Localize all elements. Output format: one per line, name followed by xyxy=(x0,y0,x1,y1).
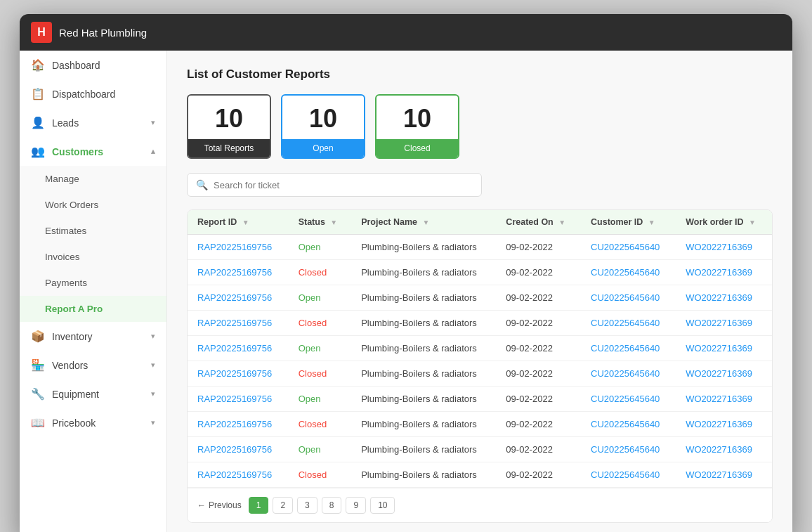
stat-card-open: 10 Open xyxy=(281,94,365,159)
sidebar-item-payments[interactable]: Payments xyxy=(20,270,166,296)
filter-icon[interactable]: ▼ xyxy=(423,219,430,226)
table-row: RAP20225169756 Closed Plumbing-Boilers &… xyxy=(188,311,772,336)
sidebar-item-vendors[interactable]: 🏪 Vendors ▾ xyxy=(20,351,166,379)
cell-work-order-id[interactable]: WO2022716369 xyxy=(676,235,772,260)
sidebar-item-dispatchboard[interactable]: 📋 Dispatchboard xyxy=(20,79,166,108)
cell-work-order-id[interactable]: WO2022716369 xyxy=(676,437,772,462)
cell-customer-id[interactable]: CU20225645640 xyxy=(581,235,676,260)
filter-icon[interactable]: ▼ xyxy=(749,219,756,226)
page-button-8[interactable]: 8 xyxy=(322,497,342,514)
sidebar-label-estimates: Estimates xyxy=(45,226,86,236)
filter-icon[interactable]: ▼ xyxy=(558,219,565,226)
stat-open-label: Open xyxy=(282,139,364,157)
filter-icon[interactable]: ▼ xyxy=(648,219,655,226)
cell-status: Closed xyxy=(289,412,351,437)
sidebar-item-dashboard[interactable]: 🏠 Dashboard xyxy=(20,51,166,79)
cell-work-order-id[interactable]: WO2022716369 xyxy=(676,361,772,387)
cell-customer-id[interactable]: CU20225645640 xyxy=(581,387,676,412)
sidebar-item-equipment[interactable]: 🔧 Equipment ▾ xyxy=(20,379,166,408)
sidebar-label-manage: Manage xyxy=(45,174,79,184)
cell-customer-id[interactable]: CU20225645640 xyxy=(581,462,676,488)
cell-work-order-id[interactable]: WO2022716369 xyxy=(676,387,772,412)
chevron-down-icon: ▾ xyxy=(151,118,155,127)
col-project-name: Project Name ▼ xyxy=(351,210,496,235)
cell-work-order-id[interactable]: WO2022716369 xyxy=(676,462,772,488)
cell-report-id[interactable]: RAP20225169756 xyxy=(188,336,289,361)
chevron-up-icon: ▴ xyxy=(151,147,155,156)
cell-customer-id[interactable]: CU20225645640 xyxy=(581,311,676,336)
sidebar-item-estimates[interactable]: Estimates xyxy=(20,218,166,244)
chevron-down-icon: ▾ xyxy=(151,332,155,341)
search-bar[interactable]: 🔍 xyxy=(187,173,482,197)
page-button-9[interactable]: 9 xyxy=(346,497,366,514)
inventory-icon: 📦 xyxy=(31,330,45,343)
table-row: RAP20225169756 Closed Plumbing-Boilers &… xyxy=(188,260,772,285)
sidebar-label-customers: Customers xyxy=(52,146,103,157)
prev-label: Previous xyxy=(209,500,242,510)
cell-project-name: Plumbing-Boilers & radiators xyxy=(351,336,496,361)
sidebar-label-pricebook: Pricebook xyxy=(52,417,96,429)
cell-customer-id[interactable]: CU20225645640 xyxy=(581,437,676,462)
cell-work-order-id[interactable]: WO2022716369 xyxy=(676,311,772,336)
table-row: RAP20225169756 Open Plumbing-Boilers & r… xyxy=(188,336,772,361)
sidebar-label-dashboard: Dashboard xyxy=(52,60,100,71)
sidebar-item-customers[interactable]: 👥 Customers ▴ xyxy=(20,137,166,166)
prev-button[interactable]: ← Previous xyxy=(197,500,242,510)
sidebar: 🏠 Dashboard 📋 Dispatchboard 👤 Leads ▾ 👥 … xyxy=(20,51,167,532)
page-button-2[interactable]: 2 xyxy=(273,497,293,514)
page-button-1[interactable]: 1 xyxy=(249,497,269,514)
filter-icon[interactable]: ▼ xyxy=(242,219,249,226)
cell-report-id[interactable]: RAP20225169756 xyxy=(188,412,289,437)
page-button-3[interactable]: 3 xyxy=(297,497,317,514)
content-area: List of Customer Reports 10 Total Report… xyxy=(167,51,792,532)
cell-report-id[interactable]: RAP20225169756 xyxy=(188,387,289,412)
sidebar-item-pricebook[interactable]: 📖 Pricebook ▾ xyxy=(20,408,166,437)
stat-card-closed: 10 Closed xyxy=(375,94,459,159)
sidebar-item-reportapro[interactable]: Report A Pro xyxy=(20,296,166,322)
cell-work-order-id[interactable]: WO2022716369 xyxy=(676,260,772,285)
cell-created-on: 09-02-2022 xyxy=(496,437,581,462)
cell-created-on: 09-02-2022 xyxy=(496,387,581,412)
cell-status: Open xyxy=(289,285,351,311)
cell-report-id[interactable]: RAP20225169756 xyxy=(188,285,289,311)
cell-work-order-id[interactable]: WO2022716369 xyxy=(676,412,772,437)
cell-project-name: Plumbing-Boilers & radiators xyxy=(351,235,496,260)
filter-icon[interactable]: ▼ xyxy=(330,219,337,226)
cell-customer-id[interactable]: CU20225645640 xyxy=(581,412,676,437)
cell-project-name: Plumbing-Boilers & radiators xyxy=(351,412,496,437)
cell-project-name: Plumbing-Boilers & radiators xyxy=(351,387,496,412)
sidebar-item-inventory[interactable]: 📦 Inventory ▾ xyxy=(20,322,166,351)
sidebar-item-leads[interactable]: 👤 Leads ▾ xyxy=(20,108,166,137)
customers-submenu: Manage Work Orders Estimates Invoices Pa… xyxy=(20,166,166,322)
search-input[interactable] xyxy=(214,180,473,190)
cell-customer-id[interactable]: CU20225645640 xyxy=(581,285,676,311)
cell-project-name: Plumbing-Boilers & radiators xyxy=(351,361,496,387)
cell-work-order-id[interactable]: WO2022716369 xyxy=(676,285,772,311)
cell-customer-id[interactable]: CU20225645640 xyxy=(581,361,676,387)
cell-report-id[interactable]: RAP20225169756 xyxy=(188,311,289,336)
cell-customer-id[interactable]: CU20225645640 xyxy=(581,260,676,285)
sidebar-item-invoices[interactable]: Invoices xyxy=(20,244,166,270)
cell-report-id[interactable]: RAP20225169756 xyxy=(188,462,289,488)
cell-project-name: Plumbing-Boilers & radiators xyxy=(351,285,496,311)
cell-report-id[interactable]: RAP20225169756 xyxy=(188,260,289,285)
cell-status: Closed xyxy=(289,260,351,285)
table-row: RAP20225169756 Open Plumbing-Boilers & r… xyxy=(188,387,772,412)
chevron-down-icon: ▾ xyxy=(151,418,155,427)
sidebar-item-manage[interactable]: Manage xyxy=(20,166,166,192)
table-row: RAP20225169756 Closed Plumbing-Boilers &… xyxy=(188,462,772,488)
table-row: RAP20225169756 Closed Plumbing-Boilers &… xyxy=(188,412,772,437)
col-status: Status ▼ xyxy=(289,210,351,235)
chevron-down-icon: ▾ xyxy=(151,389,155,398)
cell-report-id[interactable]: RAP20225169756 xyxy=(188,235,289,260)
sidebar-label-leads: Leads xyxy=(52,117,79,129)
page-button-10[interactable]: 10 xyxy=(370,497,395,514)
sidebar-item-workorders[interactable]: Work Orders xyxy=(20,192,166,218)
col-report-id: Report ID ▼ xyxy=(188,210,289,235)
cell-customer-id[interactable]: CU20225645640 xyxy=(581,336,676,361)
cell-report-id[interactable]: RAP20225169756 xyxy=(188,361,289,387)
home-icon: 🏠 xyxy=(31,58,45,72)
cell-report-id[interactable]: RAP20225169756 xyxy=(188,437,289,462)
cell-status: Open xyxy=(289,437,351,462)
cell-work-order-id[interactable]: WO2022716369 xyxy=(676,336,772,361)
